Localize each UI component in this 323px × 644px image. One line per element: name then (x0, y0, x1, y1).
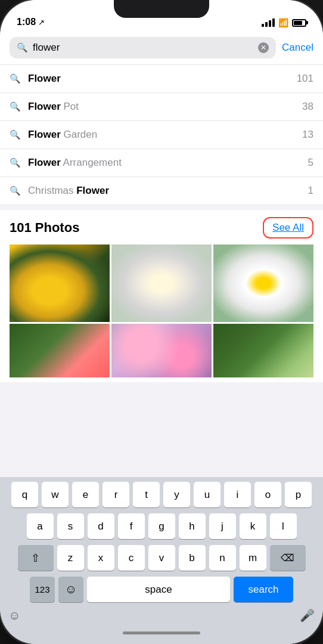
search-input[interactable]: flower (33, 42, 253, 54)
key-g[interactable]: g (148, 513, 175, 539)
key-c[interactable]: c (118, 545, 145, 571)
cancel-button[interactable]: Cancel (282, 42, 313, 54)
key-b[interactable]: b (179, 545, 206, 571)
home-indicator (2, 624, 321, 642)
search-icon: 🔍 (10, 157, 21, 168)
key-i[interactable]: i (224, 482, 251, 507)
suggestion-flower-pot[interactable]: 🔍 Flower Pot 38 (0, 93, 323, 121)
key-l[interactable]: l (270, 513, 297, 539)
suggestion-text: Flower Garden (28, 129, 295, 141)
key-f[interactable]: f (118, 513, 145, 539)
suggestion-text: Flower Arrangement (28, 157, 301, 169)
mic-icon: 🎤 (300, 608, 315, 623)
key-v[interactable]: v (148, 545, 175, 571)
delete-key[interactable]: ⌫ (270, 545, 306, 571)
key-h[interactable]: h (179, 513, 206, 539)
key-z[interactable]: z (57, 545, 84, 571)
search-icon: 🔍 (10, 101, 21, 112)
photo-green-pink[interactable] (10, 324, 110, 377)
suggestion-flower-garden[interactable]: 🔍 Flower Garden 13 (0, 121, 323, 149)
status-icons: 📶 (262, 18, 306, 27)
numbers-key[interactable]: 123 (30, 577, 55, 602)
keyboard: q w e r t y u i o p a s d f g h j k (0, 477, 323, 644)
photo-bee[interactable] (10, 244, 110, 322)
key-y[interactable]: y (163, 482, 190, 507)
keyboard-row-4: 123 ☺ space search (2, 577, 321, 602)
suggestion-christmas-flower[interactable]: 🔍 Christmas Flower 1 (0, 177, 323, 205)
emoji-key[interactable]: ☺ (58, 577, 83, 602)
photos-title: 101 Photos (10, 220, 79, 236)
key-u[interactable]: u (194, 482, 220, 507)
suggestion-count: 101 (297, 73, 313, 85)
photo-green-scene[interactable] (213, 324, 313, 377)
keyboard-row-2: a s d f g h j k l (2, 513, 321, 539)
key-k[interactable]: k (240, 513, 266, 539)
suggestion-count: 1 (308, 185, 313, 197)
suggestion-count: 5 (308, 157, 313, 169)
photo-daisy[interactable] (213, 244, 313, 322)
key-e[interactable]: e (72, 482, 99, 507)
key-n[interactable]: n (209, 545, 236, 571)
suggestion-text: Flower (28, 73, 290, 85)
search-input-wrapper[interactable]: 🔍 flower ✕ (10, 37, 276, 58)
key-m[interactable]: m (240, 545, 266, 571)
suggestion-count: 13 (302, 129, 313, 141)
suggestion-text: Flower Pot (28, 101, 295, 113)
suggestion-text: Christmas Flower (28, 185, 301, 197)
photos-header: 101 Photos See All (10, 217, 313, 239)
wifi-icon: 📶 (278, 18, 288, 27)
location-icon: ↗ (38, 18, 45, 27)
status-time: 1:08 (17, 17, 36, 27)
key-x[interactable]: x (88, 545, 114, 571)
suggestion-flower[interactable]: 🔍 Flower 101 (0, 65, 323, 93)
home-bar (123, 631, 200, 634)
key-s[interactable]: s (57, 513, 84, 539)
signal-bars (262, 18, 275, 27)
suggestions-list: 🔍 Flower 101 🔍 Flower Pot 38 🔍 Flower Ga… (0, 65, 323, 205)
key-r[interactable]: r (103, 482, 129, 507)
key-p[interactable]: p (285, 482, 312, 507)
key-d[interactable]: d (88, 513, 114, 539)
photo-white-flower[interactable] (111, 244, 212, 322)
suggestion-flower-arrangement[interactable]: 🔍 Flower Arrangement 5 (0, 149, 323, 177)
photos-section: 101 Photos See All (0, 205, 323, 382)
see-all-button[interactable]: See All (263, 217, 313, 239)
key-j[interactable]: j (209, 513, 236, 539)
key-a[interactable]: a (27, 513, 54, 539)
keyboard-row-3: ⇧ z x c v b n m ⌫ (2, 545, 321, 571)
notch (114, 0, 209, 18)
keyboard-row-1: q w e r t y u i o p (2, 482, 321, 507)
search-icon: 🔍 (10, 73, 21, 84)
search-icon: 🔍 (10, 185, 21, 196)
key-o[interactable]: o (254, 482, 281, 507)
search-bar-container: 🔍 flower ✕ Cancel (0, 31, 323, 65)
phone-screen: 1:08 ↗ 📶 🔍 flower ✕ (0, 0, 323, 644)
key-q[interactable]: q (11, 482, 38, 507)
search-key[interactable]: search (234, 577, 293, 602)
photos-grid (10, 244, 313, 377)
search-clear-button[interactable]: ✕ (258, 42, 269, 53)
space-key[interactable]: space (87, 577, 230, 602)
phone-frame: 1:08 ↗ 📶 🔍 flower ✕ (0, 0, 323, 644)
suggestion-count: 38 (302, 101, 313, 113)
emoji-bottom-icon: ☺ (8, 609, 20, 623)
key-w[interactable]: w (42, 482, 69, 507)
battery-icon (292, 19, 306, 27)
shift-key[interactable]: ⇧ (18, 545, 54, 571)
key-t[interactable]: t (133, 482, 160, 507)
search-icon: 🔍 (10, 129, 21, 140)
search-glass-icon: 🔍 (17, 42, 28, 53)
photo-pink-flowers[interactable] (111, 324, 212, 377)
